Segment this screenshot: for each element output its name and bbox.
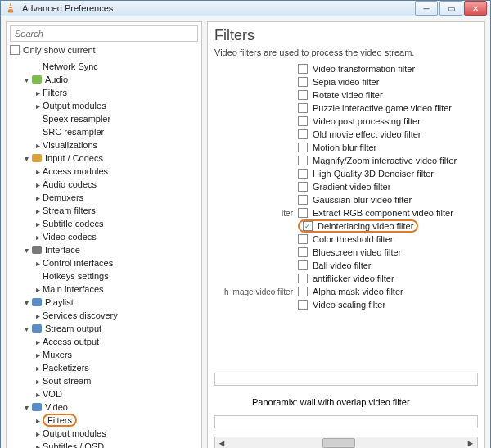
filter-row[interactable]: High Quality 3D Denoiser filter — [214, 167, 478, 180]
scroll-thumb[interactable] — [322, 438, 355, 448]
checkbox-icon[interactable] — [298, 116, 308, 126]
tree-item[interactable]: Network Sync — [10, 60, 200, 73]
checkbox-icon[interactable] — [298, 195, 308, 205]
filter-text-field[interactable] — [214, 373, 478, 386]
tree-item[interactable]: ▸Visualizations — [10, 138, 200, 152]
tree-item[interactable]: ▸Muxers — [10, 348, 200, 361]
checkbox-icon[interactable] — [298, 143, 308, 152]
tree-item[interactable]: ▾Stream output — [10, 322, 200, 335]
filter-row[interactable]: Video transformation filter — [214, 62, 478, 75]
filter-row[interactable]: Magnify/Zoom interactive video filter — [214, 154, 478, 167]
checkbox-icon[interactable] — [298, 208, 308, 218]
scroll-track[interactable] — [228, 437, 464, 448]
tree-item[interactable]: ▸Access modules — [10, 165, 200, 178]
expand-icon[interactable]: ▸ — [33, 141, 43, 150]
search-input[interactable] — [10, 25, 198, 42]
expand-icon[interactable]: ▸ — [33, 102, 43, 111]
tree-item[interactable]: ▸VOD — [10, 387, 200, 400]
close-button[interactable]: ✕ — [464, 1, 487, 16]
checkbox-icon[interactable] — [298, 64, 308, 74]
tree-item[interactable]: ▸Stream filters — [10, 204, 200, 217]
preferences-tree[interactable]: Network Sync▾Audio▸Filters▸Output module… — [7, 58, 201, 448]
checkbox-icon[interactable] — [298, 90, 308, 100]
scroll-left-icon[interactable]: ◄ — [215, 438, 228, 448]
checkbox-icon[interactable] — [298, 77, 308, 87]
tree-item[interactable]: ▸Audio codecs — [10, 178, 200, 191]
filter-row[interactable]: Puzzle interactive game video filter — [214, 102, 478, 115]
filter-row[interactable]: Old movie effect video filter — [214, 128, 478, 141]
checkbox-icon[interactable] — [298, 234, 308, 244]
filter-row[interactable]: antiflicker video filter — [214, 272, 478, 285]
filter-row[interactable]: Rotate video filter — [214, 88, 478, 102]
tree-item[interactable]: SRC resampler — [10, 125, 200, 138]
expand-icon[interactable]: ▸ — [33, 311, 43, 320]
filter-row[interactable]: Motion blur filter — [214, 141, 478, 154]
expand-icon[interactable]: ▾ — [21, 246, 31, 255]
minimize-button[interactable]: ─ — [415, 1, 438, 16]
filter-row[interactable]: Bluescreen video filter — [214, 246, 478, 259]
tree-item[interactable]: Hotkeys settings — [10, 269, 200, 283]
checkbox-icon[interactable] — [298, 274, 308, 283]
only-show-current[interactable]: Only show current — [10, 45, 198, 55]
expand-icon[interactable]: ▾ — [21, 324, 31, 333]
tree-item[interactable]: ▸Access output — [10, 335, 200, 348]
filter-row[interactable]: Color threshold filter — [214, 233, 478, 246]
filter-row[interactable]: Ball video filter — [214, 259, 478, 272]
expand-icon[interactable]: ▾ — [21, 154, 31, 163]
tree-item[interactable]: ▾Playlist — [10, 296, 200, 309]
expand-icon[interactable]: ▸ — [33, 442, 43, 449]
expand-icon[interactable]: ▸ — [33, 364, 43, 373]
expand-icon[interactable]: ▸ — [33, 377, 43, 386]
checkbox-icon[interactable] — [298, 300, 308, 310]
tree-item[interactable]: ▸Filters — [10, 414, 200, 427]
expand-icon[interactable]: ▸ — [33, 351, 43, 360]
filter-row[interactable]: h image video filterAlpha mask video fil… — [214, 285, 478, 298]
filter-row[interactable]: Video post processing filter — [214, 115, 478, 128]
filter-row[interactable]: Gaussian blur video filter — [214, 193, 478, 206]
tree-item[interactable]: ▾Audio — [10, 73, 200, 86]
expand-icon[interactable]: ▸ — [33, 206, 43, 215]
tree-item[interactable]: ▾Video — [10, 400, 200, 414]
tree-item[interactable]: ▸Packetizers — [10, 361, 200, 374]
checkbox-icon[interactable] — [298, 169, 308, 179]
expand-icon[interactable]: ▸ — [33, 88, 43, 97]
expand-icon[interactable]: ▸ — [33, 416, 43, 425]
checkbox-icon[interactable] — [298, 182, 308, 192]
expand-icon[interactable]: ▸ — [33, 233, 43, 242]
tree-item[interactable]: ▸Filters — [10, 86, 200, 99]
maximize-button[interactable]: ▭ — [439, 1, 462, 16]
filter-row[interactable]: ✓Deinterlacing video filter — [214, 219, 478, 233]
expand-icon[interactable]: ▾ — [21, 298, 31, 307]
checkbox-icon[interactable] — [298, 287, 308, 296]
tree-item[interactable]: Speex resampler — [10, 112, 200, 125]
expand-icon[interactable]: ▸ — [33, 337, 43, 346]
expand-icon[interactable]: ▸ — [33, 429, 43, 438]
checkbox-icon[interactable] — [298, 103, 308, 113]
horizontal-scrollbar[interactable]: ◄ ► — [214, 437, 478, 448]
tree-item[interactable]: ▸Output modules — [10, 427, 200, 440]
expand-icon[interactable]: ▸ — [33, 180, 43, 189]
filter-row[interactable]: Gradient video filter — [214, 180, 478, 193]
checkbox-icon[interactable] — [298, 260, 308, 270]
expand-icon[interactable]: ▸ — [33, 390, 43, 399]
checkbox-icon[interactable] — [298, 129, 308, 139]
tree-item[interactable]: ▸Subtitles / OSD — [10, 440, 200, 448]
tree-item[interactable]: ▸Output modules — [10, 99, 200, 112]
tree-item[interactable]: ▸Video codecs — [10, 230, 200, 243]
scroll-right-icon[interactable]: ► — [464, 438, 477, 448]
tree-item[interactable]: ▾Interface — [10, 243, 200, 256]
filter-row[interactable]: Sepia video filter — [214, 75, 478, 88]
tree-item[interactable]: ▸Demuxers — [10, 191, 200, 204]
expand-icon[interactable]: ▸ — [33, 259, 43, 268]
tree-item[interactable]: ▸Main interfaces — [10, 283, 200, 296]
checkbox-icon[interactable] — [298, 247, 308, 257]
expand-icon[interactable]: ▾ — [21, 75, 31, 84]
checkbox-icon[interactable]: ✓ — [303, 221, 313, 231]
tree-item[interactable]: ▸Sout stream — [10, 374, 200, 387]
filter-row[interactable]: lterExtract RGB component video filter — [214, 206, 478, 219]
tree-item[interactable]: ▸Services discovery — [10, 309, 200, 322]
tree-item[interactable]: ▸Subtitle codecs — [10, 217, 200, 230]
expand-icon[interactable]: ▸ — [33, 219, 43, 229]
tree-item[interactable]: ▸Control interfaces — [10, 256, 200, 269]
filter-row[interactable]: Video scaling filter — [214, 298, 478, 311]
